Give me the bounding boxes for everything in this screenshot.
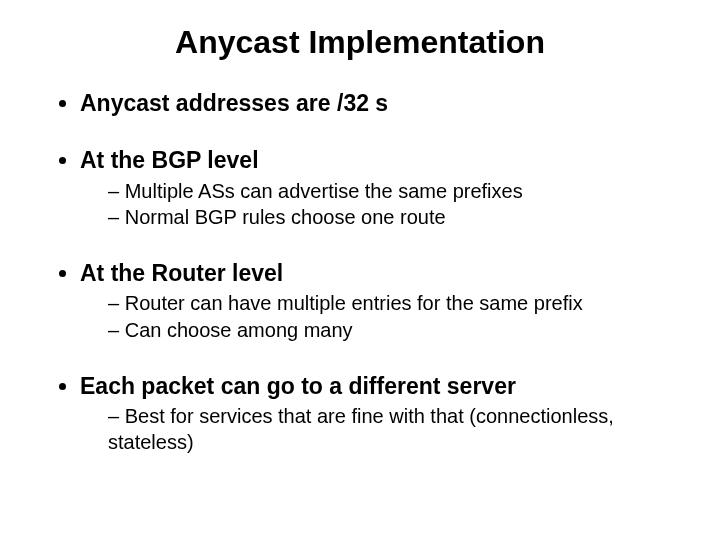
bullet-bgp-level: At the BGP level Multiple ASs can advert… xyxy=(80,146,680,231)
slide: Anycast Implementation Anycast addresses… xyxy=(0,0,720,540)
sub-bullet: Normal BGP rules choose one route xyxy=(108,205,680,231)
sub-list: Best for services that are fine with tha… xyxy=(80,404,680,455)
sub-bullet: Multiple ASs can advertise the same pref… xyxy=(108,179,680,205)
bullet-text: Each packet can go to a different server xyxy=(80,373,516,399)
bullet-text: At the Router level xyxy=(80,260,283,286)
bullet-anycast-addresses: Anycast addresses are /32 s xyxy=(80,89,680,118)
sub-bullet: Best for services that are fine with tha… xyxy=(108,404,680,455)
bullet-router-level: At the Router level Router can have mult… xyxy=(80,259,680,344)
bullet-list: Anycast addresses are /32 s At the BGP l… xyxy=(40,89,680,456)
slide-title: Anycast Implementation xyxy=(40,24,680,61)
sub-list: Multiple ASs can advertise the same pref… xyxy=(80,179,680,231)
bullet-each-packet: Each packet can go to a different server… xyxy=(80,372,680,456)
bullet-text: At the BGP level xyxy=(80,147,259,173)
sub-bullet: Router can have multiple entries for the… xyxy=(108,291,680,317)
sub-bullet: Can choose among many xyxy=(108,318,680,344)
sub-list: Router can have multiple entries for the… xyxy=(80,291,680,343)
bullet-text: Anycast addresses are /32 s xyxy=(80,90,388,116)
